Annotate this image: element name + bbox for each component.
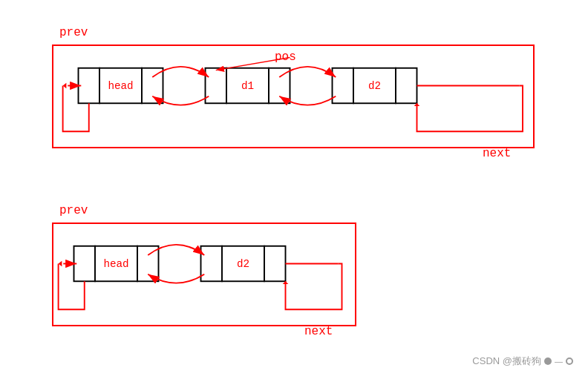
diagram2-next-label: next	[304, 325, 333, 338]
diagram-container: prev pos next head d1	[0, 0, 588, 379]
diagram1: prev pos next head d1	[45, 22, 549, 163]
watermark-text: CSDN @搬砖狗	[472, 355, 541, 368]
watermark-dot-outline	[566, 357, 573, 365]
diagram2-prev-label: prev	[59, 204, 88, 217]
diagram1-outer-box	[52, 45, 535, 148]
watermark-dot-filled	[544, 357, 552, 365]
diagram2-outer-box	[52, 223, 356, 326]
diagram2: prev next head d2	[45, 200, 371, 341]
watermark: CSDN @搬砖狗 —	[472, 355, 573, 368]
diagram1-prev-label: prev	[59, 26, 88, 39]
diagram1-next-label: next	[483, 147, 511, 160]
